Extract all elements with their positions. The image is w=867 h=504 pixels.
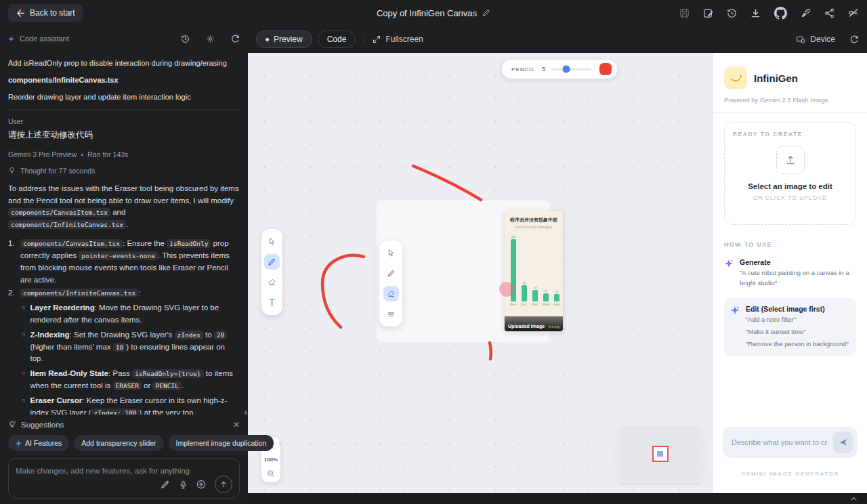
eraser-icon (387, 289, 396, 298)
reload-preview-icon[interactable] (850, 35, 859, 44)
powered-by: Powered by Gemini 2.5 Flash Image (724, 96, 856, 104)
chip-image-duplication[interactable]: Implement image duplication (169, 435, 274, 451)
back-to-start-button[interactable]: Back to start (8, 4, 83, 22)
save-icon[interactable] (679, 8, 690, 18)
generate-example: "A cute robot painting on a canvas in a … (740, 268, 856, 288)
pencil-tool[interactable] (264, 254, 280, 270)
eraser-tool[interactable] (264, 274, 280, 290)
suggestions-icon (8, 421, 16, 429)
assistant-footer: Suggestions ✕ AI Features Add transparen… (0, 415, 248, 504)
or-click-text: OR CLICK TO UPLOAD (753, 194, 827, 201)
send-plane-icon (839, 438, 848, 447)
bulb-icon (8, 167, 16, 174)
slider-thumb[interactable] (563, 66, 570, 73)
eraser-icon (268, 278, 276, 287)
mini-bar-column: 26类别二 (520, 233, 528, 306)
top-actions (679, 7, 859, 20)
mini-chart-bars: 100类别一26类别二18类别三13类别四12类别五5类别六 (505, 233, 563, 306)
assistant-settings-icon[interactable] (206, 35, 215, 43)
uploaded-image-badge: Uploaded Image (508, 324, 545, 329)
share-icon[interactable] (824, 8, 834, 18)
prompt-input[interactable] (732, 438, 828, 446)
close-suggestions-icon[interactable]: ✕ (233, 420, 240, 429)
assistant-title: Code assistant (20, 35, 69, 43)
select-tool[interactable] (264, 234, 280, 249)
add-icon[interactable] (196, 480, 206, 489)
color-swatch[interactable] (599, 63, 612, 75)
mic-icon[interactable] (179, 480, 188, 489)
lines-icon (387, 310, 396, 318)
assistant-refresh-icon[interactable] (231, 35, 240, 43)
edit-example: "Make it sunset time" (746, 327, 849, 337)
text-tool[interactable]: T (264, 295, 280, 310)
chip-ai-features[interactable]: AI Features (8, 435, 69, 451)
sparkle-icon (724, 259, 734, 268)
summary-line: Add isReadOnly prop to disable interacti… (8, 58, 240, 69)
thought-row[interactable]: Thought for 77 seconds (8, 167, 240, 175)
list-item: 2. components/InfiniteCanvas.tsx: (8, 287, 240, 299)
send-button[interactable] (215, 476, 232, 493)
upload-button[interactable] (776, 146, 805, 174)
ready-to-create-dropzone[interactable]: READY TO CREATE Select an image to edit … (724, 122, 856, 225)
expand-console-icon[interactable] (850, 495, 858, 503)
suggestions-header: Suggestions ✕ (8, 420, 240, 429)
edit-with-ai-icon[interactable] (161, 480, 170, 489)
minimap[interactable] (618, 425, 702, 482)
assistant-intro: To address the issues with the Eraser to… (8, 183, 240, 231)
layers-tool[interactable] (383, 306, 399, 322)
assistant-input-card (8, 458, 240, 499)
gemini-diamond-icon (16, 440, 22, 446)
download-icon[interactable] (750, 8, 761, 18)
select-tool[interactable] (383, 245, 399, 261)
cursor-icon (387, 249, 396, 257)
suggestions-label: Suggestions (21, 421, 64, 429)
divider (364, 34, 364, 45)
assistant-header: Code assistant (0, 26, 248, 51)
assistant-list: 1. components/CanvasItem.tsx: Ensure the… (8, 238, 240, 415)
pencil-stroke[interactable] (322, 255, 364, 327)
image-chart-title: 程序员并没有想象中那 (505, 217, 563, 224)
generate-send-button[interactable] (833, 432, 853, 453)
zoom-level: 100% (264, 457, 278, 463)
chips-scroll-right-icon[interactable]: › (278, 438, 281, 448)
pencil-stroke[interactable] (490, 343, 491, 359)
arrow-left-icon (16, 9, 25, 18)
sub-list-item: Item Read-Only State: Pass isReadOnly={t… (22, 368, 240, 392)
api-key-disabled-icon[interactable] (848, 7, 859, 18)
fullscreen-button[interactable]: Fullscreen (373, 35, 423, 44)
uploaded-image-item[interactable]: 程序员并没有想象中那 2024-2025年软件工程职位数据 100类别一26类别… (505, 211, 563, 331)
code-assistant-panel: Code assistant Add isReadOnly prop to di… (0, 26, 248, 504)
assistant-history-icon[interactable] (181, 35, 190, 43)
eraser-cursor (499, 282, 514, 297)
tab-preview[interactable]: Preview (256, 30, 312, 48)
minimap-viewport[interactable] (652, 446, 669, 462)
suggestion-chips: AI Features Add transparency slider Impl… (8, 435, 240, 451)
github-icon[interactable] (774, 7, 787, 20)
zoom-out-button[interactable] (267, 469, 275, 478)
edit-title: Edit (Select image first) (746, 305, 849, 313)
edit-title-icon[interactable] (482, 9, 490, 17)
device-toggle[interactable]: Device (796, 35, 835, 44)
thought-label: Thought for 77 seconds (20, 167, 95, 175)
pencil-size-slider[interactable] (551, 68, 591, 70)
infinite-canvas[interactable]: 程序员并没有想象中那 2024-2025年软件工程职位数据 100类别一26类别… (248, 53, 713, 493)
minimap-content-dot (657, 451, 663, 457)
sidebar-scrollbar[interactable] (245, 411, 247, 415)
gemini-diamond-icon (8, 36, 14, 42)
assistant-input[interactable] (16, 467, 232, 475)
tab-code[interactable]: Code (318, 30, 356, 48)
pencil-tool[interactable] (383, 266, 399, 281)
infinigen-app-panel: InfiniGen Powered by Gemini 2.5 Flash Im… (713, 53, 867, 493)
chip-transparency-slider[interactable]: Add transparency slider (74, 435, 163, 451)
preview-toolbar: Preview Code Fullscreen Device (248, 26, 867, 53)
history-icon[interactable] (727, 8, 737, 18)
active-dot (266, 38, 269, 41)
deploy-rocket-icon[interactable] (801, 8, 811, 18)
user-label: User (8, 117, 240, 125)
app-footer: GEMINI IMAGE GENERATOR (713, 471, 867, 477)
save-copy-icon[interactable] (703, 8, 713, 18)
pencil-icon (387, 269, 396, 278)
pencil-stroke[interactable] (413, 166, 481, 200)
generate-title: Generate (740, 258, 856, 266)
eraser-tool[interactable] (383, 286, 399, 301)
